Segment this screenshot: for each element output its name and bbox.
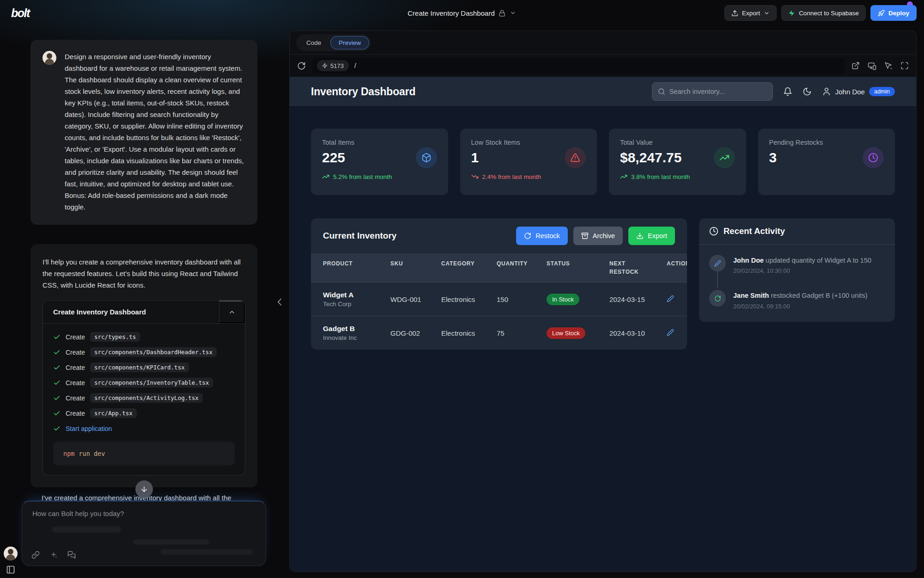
collapse-chat-chevron[interactable] [274,296,286,308]
attach-link-icon[interactable] [31,551,40,559]
kpi-card-pending-restocks: Pending Restocks 3 [758,129,895,195]
archive-button[interactable]: Archive [573,227,623,245]
workbench-step: Create src/types.ts [53,329,235,344]
open-in-new-tab-icon[interactable] [851,61,860,70]
download-icon [636,232,644,240]
preview-url-bar[interactable]: 5173 / [312,58,845,74]
step-action: Create [66,349,85,356]
col-next-restock: NEXT RESTOCK [597,253,648,282]
timeline-connector [717,271,718,288]
status-badge: In Stock [547,294,579,305]
col-actions: ACTIONS [655,253,687,282]
step-action: Create [66,364,85,371]
product-supplier: Innovate Inc [323,334,376,341]
cell-category: Electronics [429,287,485,312]
trending-up-icon [322,173,329,180]
cell-quantity[interactable]: 75 [485,321,535,345]
chat-input-placeholder[interactable]: How can Bolt help you today? [22,501,266,517]
role-badge: admin [869,87,895,96]
responsive-devices-icon[interactable] [868,61,876,70]
archive-icon [581,232,589,240]
edit-pencil-icon[interactable] [667,295,674,302]
lock-icon [499,10,506,17]
user-menu[interactable]: John Doe admin [822,87,895,96]
chat-input-box[interactable]: How can Bolt help you today? [22,501,266,566]
kpi-label: Total Items [322,139,437,146]
user-icon [822,87,831,96]
project-title-menu[interactable]: Create Inventory Dashboard [407,9,516,17]
workbench-collapse-button[interactable] [219,301,245,323]
inventory-title: Current Inventory [323,231,396,241]
table-row: Gadget B Innovate Inc GDG-002 Electronic… [311,316,687,350]
activity-title: Recent Activity [723,226,785,236]
bolt-logo[interactable]: bolt [11,6,30,20]
scroll-to-bottom-button[interactable] [135,480,153,498]
step-file-link[interactable]: src/components/DashboardHeader.tsx [90,347,217,357]
trending-up-icon [620,173,627,180]
tab-code[interactable]: Code [298,36,329,49]
tab-preview[interactable]: Preview [330,36,369,49]
terminal-command-block: npmrun dev [53,442,235,466]
redacted-text [52,526,121,533]
port-badge[interactable]: 5173 [317,60,349,71]
table-header-row: PRODUCT SKU CATEGORY QUANTITY STATUS NEX… [311,253,687,282]
refresh-icon [524,232,531,240]
upload-icon [731,10,738,17]
cell-next-restock: 2024-03-15 [597,287,655,312]
deploy-button[interactable]: Deploy [870,5,917,21]
pencil-icon [714,260,721,267]
deploy-label: Deploy [888,10,909,17]
step-file-link[interactable]: src/App.tsx [90,408,137,418]
workbench-step: Create src/components/ActivityLog.tsx [53,390,235,406]
restock-button[interactable]: Restock [516,227,567,245]
step-file-link[interactable]: src/components/ActivityLog.tsx [90,393,203,403]
rocket-icon [878,10,885,17]
discuss-mode-icon[interactable] [67,551,76,559]
step-file-link[interactable]: src/types.ts [90,332,140,342]
app-title: Inventory Dashboard [311,86,415,98]
workbench-step: Create src/components/InventoryTable.tsx [53,375,235,390]
activity-user: Jane Smith [733,292,769,299]
col-quantity: QUANTITY [485,253,535,282]
col-product: PRODUCT [311,253,378,282]
activity-user: John Doe [733,257,764,264]
supabase-bolt-icon [788,10,795,17]
workbench-step: Create src/App.tsx [53,406,235,421]
export-csv-button[interactable]: Export [628,227,675,245]
app-header: Inventory Dashboard John Doe admin [290,77,916,106]
fullscreen-icon[interactable] [900,61,909,70]
dark-mode-toggle-icon[interactable] [802,87,812,96]
edit-pencil-icon[interactable] [667,329,674,336]
col-status: STATUS [535,253,597,282]
redacted-text [161,549,253,555]
sidebar-toggle-icon[interactable] [6,565,15,574]
alert-triangle-icon [565,147,586,168]
check-icon [53,379,61,387]
clock-icon [863,147,884,168]
table-row: Widget A Tech Corp WDG-001 Electronics 1… [311,282,687,316]
user-message-card: Design a responsive and user-friendly in… [30,40,257,225]
cell-sku: WDG-001 [378,287,429,312]
sparkles-icon[interactable] [49,551,58,559]
start-application-link[interactable]: Start application [66,425,112,432]
step-file-link[interactable]: src/components/KPICard.tsx [90,363,189,372]
inventory-search-input[interactable] [669,88,767,95]
workbench-preview-panel: Code Preview 5173 / Inventory Dashboard [289,31,917,572]
inspect-cursor-icon[interactable] [884,61,893,70]
notifications-bell-icon[interactable] [783,87,792,96]
activity-action: restocked Gadget B (+100 units) [771,292,867,299]
check-icon [53,333,61,341]
command-args: run dev [79,450,105,457]
inventory-search-box[interactable] [652,82,773,101]
connect-supabase-button[interactable]: Connect to Supabase [781,5,866,21]
package-icon [416,147,437,168]
step-action: Create [66,394,85,402]
status-badge: Low Stock [547,327,585,339]
user-avatar [43,51,56,65]
reload-preview-icon[interactable] [297,61,306,70]
step-file-link[interactable]: src/components/InventoryTable.tsx [90,378,213,387]
account-avatar[interactable] [4,547,18,560]
kpi-row: Total Items 225 5.2% from last month Low… [311,129,895,195]
cell-quantity[interactable]: 150 [485,287,535,312]
export-button[interactable]: Export [724,5,777,21]
